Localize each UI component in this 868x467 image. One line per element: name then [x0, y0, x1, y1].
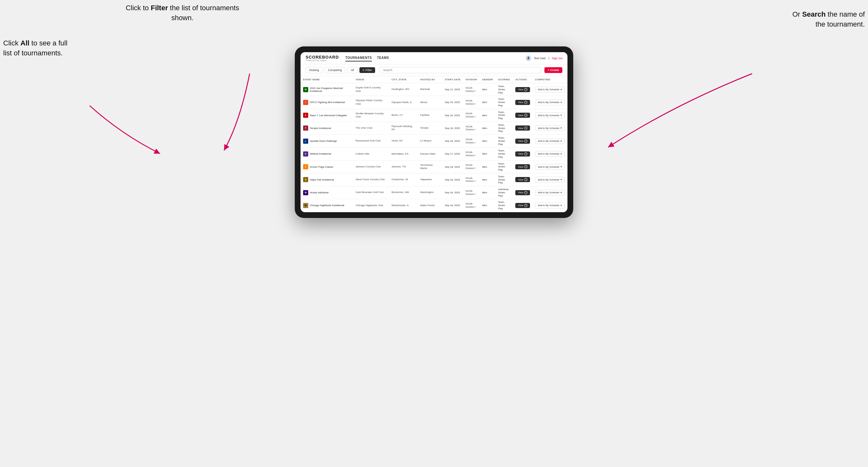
- tab-all[interactable]: All: [347, 67, 358, 73]
- view-button-3[interactable]: View ⓘ: [515, 125, 530, 131]
- table-row: M 2023 Joe Feaganes Marshall Invitationa…: [301, 83, 567, 96]
- user-name: Test User: [534, 57, 546, 60]
- cell-venue-4: Ravenwood Golf Club: [353, 135, 389, 148]
- col-venue: VENUE: [353, 76, 389, 83]
- view-button-6[interactable]: View ⓘ: [515, 164, 530, 169]
- cell-scoring-8: Individual,Stroke Play: [495, 186, 513, 199]
- cell-gender-0: Men: [479, 83, 495, 96]
- cell-gender-1: Men: [479, 96, 495, 109]
- cell-date-4: Sep 16, 2023: [442, 135, 463, 148]
- view-button-2[interactable]: View ⓘ: [515, 113, 530, 118]
- add-schedule-button-7[interactable]: Add to My Schedule +: [535, 177, 565, 182]
- add-schedule-button-8[interactable]: Add to My Schedule +: [535, 190, 565, 195]
- add-schedule-button-2[interactable]: Add to My Schedule +: [535, 112, 565, 118]
- view-icon-8: ⓘ: [524, 191, 527, 194]
- view-button-0[interactable]: View ⓘ: [515, 87, 530, 92]
- cell-actions-7: View ⓘ: [513, 173, 532, 186]
- signout-link[interactable]: Sign out: [552, 57, 562, 60]
- cell-hosted-8: Washington: [418, 186, 442, 199]
- view-icon-6: ⓘ: [524, 165, 527, 168]
- cell-date-5: Sep 17, 2023: [442, 148, 463, 160]
- cell-venue-8: Gold Mountain Golf Club: [353, 186, 389, 199]
- tab-hosting[interactable]: Hosting: [306, 67, 322, 73]
- view-button-7[interactable]: View ⓘ: [515, 177, 530, 182]
- team-logo-1: I: [303, 100, 308, 105]
- cell-city-6: Jackson, TN: [389, 160, 418, 173]
- cell-division-2: NCAADivision I: [463, 109, 479, 122]
- add-schedule-button-4[interactable]: Add to My Schedule +: [535, 138, 565, 144]
- table-row: F Ryan T. Lee Memorial Collegiate Shuttl…: [301, 109, 567, 122]
- col-gender: GENDER: [479, 76, 495, 83]
- nav-teams[interactable]: TEAMS: [377, 55, 389, 61]
- cell-event-name-5: K Wildcat Invitational: [301, 148, 353, 160]
- view-button-5[interactable]: View ⓘ: [515, 151, 530, 157]
- table-row: T Temple Invitational The 1912 Club Plym…: [301, 122, 567, 134]
- cell-competing-4: Add to My Schedule +: [533, 135, 567, 148]
- cell-venue-5: Colbert Hills: [353, 148, 389, 160]
- cell-competing-8: Add to My Schedule +: [533, 186, 567, 199]
- cell-date-9: Sep 18, 2023: [442, 199, 463, 212]
- table-row: L Upstate Dual Challenge Ravenwood Golf …: [301, 135, 567, 148]
- view-button-8[interactable]: View ⓘ: [515, 190, 530, 195]
- cell-date-2: Sep 16, 2023: [442, 109, 463, 122]
- nav-tournaments[interactable]: TOURNAMENTS: [345, 55, 372, 61]
- cell-actions-6: View ⓘ: [513, 160, 532, 173]
- view-icon-9: ⓘ: [524, 204, 527, 207]
- add-schedule-button-0[interactable]: Add to My Schedule +: [535, 87, 565, 93]
- event-name-8: Husky Individual: [310, 191, 329, 194]
- cell-gender-6: Men: [479, 160, 495, 173]
- cell-date-1: Sep 15, 2023: [442, 96, 463, 109]
- view-button-1[interactable]: View ⓘ: [515, 100, 530, 105]
- create-button[interactable]: + Create: [545, 67, 562, 73]
- cell-competing-1: Add to My Schedule +: [533, 96, 567, 109]
- add-schedule-button-3[interactable]: Add to My Schedule +: [535, 125, 565, 131]
- view-button-9[interactable]: View ⓘ: [515, 203, 530, 208]
- main-nav: TOURNAMENTS TEAMS: [345, 55, 519, 61]
- cell-gender-4: Men: [479, 135, 495, 148]
- toolbar: Hosting Competing All ≡ Filter + Create: [301, 64, 567, 76]
- view-icon-1: ⓘ: [524, 101, 527, 104]
- cell-actions-5: View ⓘ: [513, 148, 532, 160]
- cell-gender-2: Men: [479, 109, 495, 122]
- view-button-4[interactable]: View ⓘ: [515, 138, 530, 144]
- add-schedule-button-6[interactable]: Add to My Schedule +: [535, 164, 565, 169]
- table-row: T Grover Page Classic Jackson Country Cl…: [301, 160, 567, 173]
- view-icon-2: ⓘ: [524, 114, 527, 117]
- cell-division-7: NCAADivision I: [463, 173, 479, 186]
- divider: |: [549, 57, 549, 60]
- filter-button[interactable]: ≡ Filter: [360, 67, 375, 73]
- cell-city-5: Manhattan, KS: [389, 148, 418, 160]
- cell-division-0: NCAADivision I: [463, 83, 479, 96]
- tab-competing[interactable]: Competing: [324, 67, 346, 73]
- cell-gender-5: Men: [479, 148, 495, 160]
- add-schedule-button-9[interactable]: Add to My Schedule +: [535, 203, 565, 208]
- add-icon-7: +: [560, 178, 562, 181]
- event-name-5: Wildcat Invitational: [310, 152, 331, 155]
- cell-competing-0: Add to My Schedule +: [533, 83, 567, 96]
- cell-division-9: NCAADivision I: [463, 199, 479, 212]
- user-icon: 👤: [526, 55, 531, 61]
- event-name-2: Ryan T. Lee Memorial Collegiate: [310, 114, 347, 117]
- cell-competing-2: Add to My Schedule +: [533, 109, 567, 122]
- add-icon-5: +: [560, 152, 562, 156]
- cell-venue-2: Shuttle Meadow Country Club: [353, 109, 389, 122]
- cell-actions-0: View ⓘ: [513, 83, 532, 96]
- add-schedule-button-5[interactable]: Add to My Schedule +: [535, 151, 565, 157]
- view-icon-3: ⓘ: [524, 126, 527, 130]
- add-icon-0: +: [560, 88, 562, 91]
- cell-event-name-1: I OFCC Fighting Illini Invitational: [301, 96, 353, 109]
- search-input[interactable]: [380, 67, 541, 73]
- tournaments-table: EVENT NAME VENUE CITY, STATE HOSTED BY S…: [301, 76, 567, 212]
- add-schedule-button-1[interactable]: Add to My Schedule +: [535, 99, 565, 105]
- cell-venue-0: Guyan Golf & Country Club: [353, 83, 389, 96]
- table-row: I OFCC Fighting Illini Invitational Olym…: [301, 96, 567, 109]
- cell-scoring-6: Team,Stroke Play: [495, 160, 513, 173]
- cell-gender-9: Men: [479, 199, 495, 212]
- team-logo-5: K: [303, 151, 308, 157]
- cell-event-name-7: V Valpo Fall Invitational: [301, 173, 353, 186]
- col-hosted: HOSTED BY: [418, 76, 442, 83]
- app-header: SCOREBOARD Powered by clippd TOURNAMENTS…: [301, 52, 567, 64]
- col-scoring: SCORING: [495, 76, 513, 83]
- cell-actions-9: View ⓘ: [513, 199, 532, 212]
- add-icon-2: +: [560, 114, 562, 117]
